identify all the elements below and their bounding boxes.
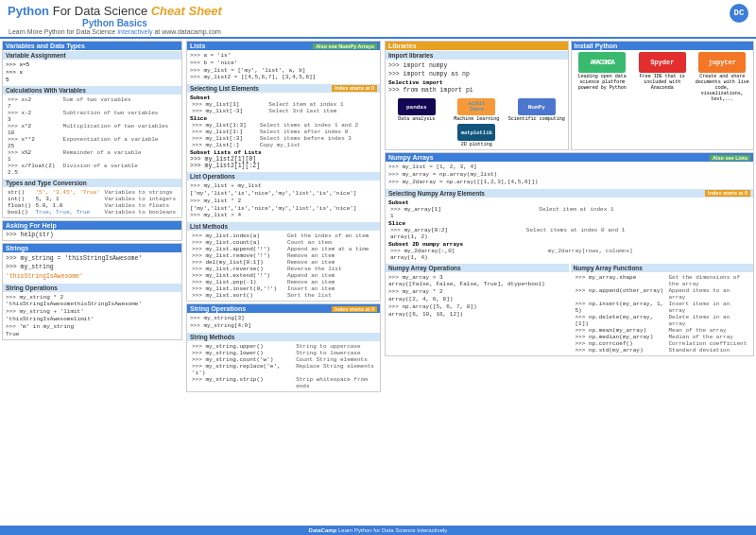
index-badge: Index starts at 0 [332, 85, 377, 92]
strings-header: Strings [3, 244, 181, 252]
desc-cell: Select items at index 1 and 2 [258, 122, 377, 129]
import-code3: >>> from math import pi [388, 86, 565, 95]
desc-cell: Median of the array [666, 334, 750, 340]
strings-code1: >>> my_string = 'thisStringIsAwesome' [6, 254, 179, 263]
desc-cell: Select 3rd last item [266, 108, 377, 114]
main-content: Variables and Data Types Variable Assign… [0, 39, 756, 526]
desc-cell: Reverse the list [285, 266, 377, 272]
subset-label: Subset [190, 95, 377, 101]
tagline-link[interactable]: Interactively [117, 28, 152, 35]
desc-cell: Get the dimensions of the array [666, 274, 750, 287]
table-row: >>> my_list.insert(0,'!')Insert an item [190, 285, 377, 292]
anaconda-desc: Leading open data science platform power… [574, 74, 632, 91]
code-cell: >>> my_array[1] [388, 206, 537, 213]
code-cell: >>> x**225 [6, 136, 61, 149]
numpy-funcs-content: >>> my_array.shapeGet the dimensions of … [571, 272, 754, 355]
code-cell: >>> my_list.insert(0,'!') [190, 285, 285, 292]
subset-lists-code: >>> my_list2[1][0] [190, 156, 377, 163]
numpy-ops-col: Numpy Array Operations >>> my_array > 3 … [386, 263, 569, 355]
table-row: >>> my_list[1:]Select items after index … [190, 129, 377, 135]
table-row: >>> my_string.lower()String to lowercase [190, 350, 377, 356]
table-row: >>> np.append(other_array)Append items t… [574, 287, 751, 301]
lists-init-content: >>> a = 'is' >>> b = 'nice' >>> my_list … [187, 50, 380, 83]
code-cell: >>> x-23 [6, 110, 61, 123]
code-cell: >>> np.delete(my_array, [1]) [574, 314, 667, 327]
string-methods-content: >>> my_string.upper()String to uppercase… [187, 341, 380, 391]
desc-cell: Insert an item [285, 285, 377, 292]
table-row: >>> my_2darray[:,0]my_2darray[rows, colu… [388, 248, 750, 254]
desc-cell [546, 254, 750, 261]
desc-cell: Variables to booleans [103, 209, 179, 216]
table-row: >>> np.median(my_array)Median of the arr… [574, 334, 751, 340]
numpy-subset2d-label: Subset 2D numpy arrays [388, 241, 750, 248]
install-section: Install Python ANACONDA Leading open dat… [571, 41, 755, 150]
table-row: float()5.0, 1.0Variables to floats [6, 202, 179, 209]
table-row: >>> np.corrcoef()Correlation coefficient [574, 340, 751, 347]
subset-lists-code2: >>> my_list2[1][:2] [190, 163, 377, 169]
code-cell: >>> my_2darray[:,0] [388, 248, 546, 254]
desc-cell: String to lowercase [294, 350, 377, 356]
desc-cell: Variables to strings [103, 189, 179, 196]
list-methods-table: >>> my_list.index(a)Get the index of an … [190, 233, 377, 299]
tagline-url: at www.datacamp.com [154, 28, 220, 35]
string-ops-section: String Operations Index starts at 0 >>> … [186, 303, 381, 392]
table-row: >>> x/float(2)2.5Division of a variable [6, 163, 179, 176]
selecting-list-header: Selecting List Elements Index starts at … [187, 84, 380, 93]
table-row: array(1, 4) [388, 254, 750, 261]
numpy-section: Numpy Arrays Also see Lists >>> my_list … [385, 152, 754, 355]
desc-cell: Variables to integers [103, 196, 179, 202]
matplotlib-logo: matplotlib [457, 124, 495, 141]
code-cell: >>> my_list.count(a) [190, 239, 285, 246]
calc-content: >>> x+27Sum of two variables >>> x-23Sub… [3, 95, 181, 178]
lists-init-code: >>> a = 'is' >>> b = 'nice' >>> my_list … [190, 52, 377, 81]
desc-cell: my_2darray[rows, columns] [546, 248, 750, 254]
desc-cell: Standard deviation [666, 347, 750, 354]
code-cell: array(1, 2) [388, 233, 524, 240]
slice-label: Slice [190, 115, 377, 122]
table-row: >>> x**225Exponentiation of a variable [6, 136, 179, 149]
tagline-text: Learn More Python for Data Science [9, 28, 117, 35]
numpy-left: Selecting Numpy Array Elements Index sta… [386, 188, 753, 263]
import-code1: >>> import numpy [388, 61, 565, 70]
spyder-desc: Free IDE that is included with Anaconda [633, 74, 692, 91]
string-methods-table: >>> my_string.upper()String to uppercase… [190, 343, 377, 389]
func-cell: str() [6, 189, 33, 196]
strings-section: Strings >>> my_string = 'thisStringIsAwe… [2, 243, 182, 340]
func-cell: int() [6, 196, 33, 202]
pandas-logo: pandas [398, 98, 436, 115]
table-row: >>> my_string.count('w')Count String ele… [190, 356, 377, 363]
types-table: str()'5', '3.45', 'True'Variables to str… [6, 189, 179, 216]
column-3: Libraries Import libraries >>> import nu… [383, 39, 756, 526]
table-row: >>> my_string.upper()String to uppercase [190, 343, 377, 350]
desc-cell: Select items at index 0 and 1 [524, 227, 750, 233]
desc-cell: Mean of the array [666, 327, 750, 334]
assignment-header: Variable Assignment [3, 51, 181, 60]
code-cell: >>> np.std(my_array) [574, 347, 667, 354]
string-ops-code: >>> my_string[3] >>> my_string[4:9] [190, 315, 377, 330]
code-cell: >>> my_list[1] [190, 101, 266, 108]
header-left: Python For Data Science Cheat Sheet Pyth… [8, 4, 222, 35]
selective-label: Selective import [388, 79, 565, 86]
subset-table: >>> my_list[1]Select item at index 1 >>>… [190, 101, 377, 114]
column-2: Lists Also see NumPy Arrays >>> a = 'is'… [184, 39, 383, 526]
spyder-logo: Spyder [639, 52, 686, 73]
jupyter-logo: jupyter [698, 52, 746, 73]
table-row: bool()True, True, TrueVariables to boole… [6, 209, 179, 216]
sklearn-desc: Machine learning [454, 116, 499, 122]
variables-section: Variables and Data Types Variable Assign… [2, 41, 182, 218]
also-see-lists: Also see Lists [710, 155, 750, 161]
lists-header: Lists Also see NumPy Arrays [187, 42, 380, 50]
anaconda-item: ANACONDA Leading open data science platf… [574, 52, 632, 102]
desc-cell: Exponentiation of a variable [61, 136, 179, 149]
desc-cell [524, 233, 750, 240]
sklearn-item: scikitlearn Machine learning [448, 98, 507, 122]
desc-cell [537, 213, 750, 219]
strings-code3: 'thisStringIsAwesome' [6, 272, 179, 281]
code-cell: >>> np.corrcoef() [574, 340, 667, 347]
numpy-slice-label: Slice [388, 220, 750, 227]
table-row: >>> np.insert(my_array, 1, 5)Insert item… [574, 301, 751, 314]
libraries-header: Libraries [386, 42, 568, 50]
code-cell: >>> my_list[1:] [190, 129, 258, 135]
desc-cell: Select items before index 3 [258, 135, 377, 142]
code-cell: >>> my_list[1:3] [190, 122, 258, 129]
